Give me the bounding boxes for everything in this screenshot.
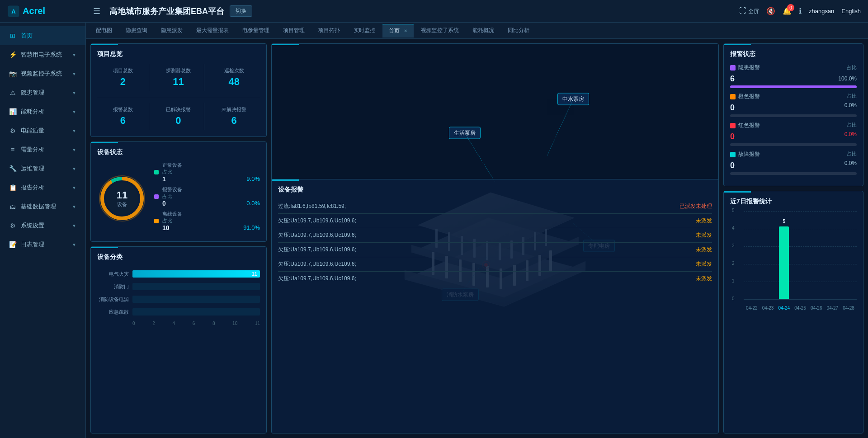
tab-realtime-monitor[interactable]: 实时监控 xyxy=(347,24,382,37)
tab-project-mgmt[interactable]: 项目管理 xyxy=(277,24,311,37)
sidebar-item-home[interactable]: ⊞ 首页 xyxy=(0,26,85,45)
bar-label-electrical: 电气火灾 xyxy=(97,271,129,278)
tab-home[interactable]: 首页 ✕ xyxy=(382,24,414,38)
sidebar-label-report: 报告分析 xyxy=(21,184,67,192)
logo-text: Acrel xyxy=(23,6,45,16)
tab-video-monitor[interactable]: 视频监控子系统 xyxy=(415,24,465,37)
chevron-down-icon-11: ▼ xyxy=(72,242,76,247)
sidebar-item-video[interactable]: 📷 视频监控子系统 ▼ xyxy=(0,64,85,83)
legend-row-alarm: 占比 xyxy=(162,193,260,200)
alarm-desc-0: 过流:Ia81.6,Ib81.59,Ic81.59; xyxy=(278,203,679,210)
device-category-title: 设备分类 xyxy=(97,253,260,261)
overview-item-projects: 项目总数 2 xyxy=(97,64,149,91)
alarm-count-fault: 0 xyxy=(730,161,735,170)
alarm-status-0: 已派发未处理 xyxy=(679,203,712,210)
sidebar-item-maintenance[interactable]: 🔧 运维管理 ▼ xyxy=(0,159,85,178)
alarm-status-1: 未派发 xyxy=(696,217,712,225)
sidebar-label-maintenance: 运维管理 xyxy=(21,165,67,173)
sidebar: ⊞ 首页 ⚡ 智慧用电子系统 ▼ 📷 视频监控子系统 ▼ ⚠ 隐患管理 ▼ 📊 … xyxy=(0,23,86,438)
language-label[interactable]: English xyxy=(841,8,861,14)
legend-count-row-offline: 10 91.0% xyxy=(162,224,260,231)
tab-maxdemand[interactable]: 最大需量报表 xyxy=(190,24,235,37)
sidebar-item-hazard[interactable]: ⚠ 隐患管理 ▼ xyxy=(0,83,85,102)
tab-diancanliang[interactable]: 电参量管理 xyxy=(236,24,276,37)
content-area: 配电图 隐患查询 隐患派发 最大需量报表 电参量管理 项目管理 项目拓扑 实时监… xyxy=(86,23,868,438)
sound-icon[interactable]: 🔇 xyxy=(766,7,775,15)
legend-info-normal: 正常设备 占比 1 9.0% xyxy=(162,162,260,183)
legend-count-normal: 1 xyxy=(162,175,166,183)
sidebar-label-hazard: 隐患管理 xyxy=(21,89,67,97)
switch-button[interactable]: 切换 xyxy=(230,5,252,17)
sidebar-label-data: 基础数据管理 xyxy=(21,203,67,211)
svg-line-36 xyxy=(547,99,573,155)
overview-value-unresolved: 6 xyxy=(208,115,260,127)
bar-label-fire-power: 消防设备电源 xyxy=(97,296,129,303)
bar-item-fire-power: 消防设备电源 xyxy=(97,296,260,303)
overview-value-projects: 2 xyxy=(97,76,149,88)
overview-value-inspections: 48 xyxy=(208,76,260,88)
right-column: 报警状态 隐患报警 占比 6 xyxy=(723,43,863,433)
menu-icon[interactable]: ☰ xyxy=(93,6,100,16)
device-total-label: 设备 xyxy=(117,201,127,208)
overview-item-total-alarms: 报警总数 6 xyxy=(97,103,149,130)
bar-item-electrical: 电气火灾 11 xyxy=(97,270,260,278)
overview-value-detectors: 11 xyxy=(153,76,204,88)
alarm-dot-red xyxy=(730,123,736,128)
info-icon[interactable]: ℹ xyxy=(799,7,802,15)
overview-item-resolved: 已解决报警 0 xyxy=(153,103,205,130)
bar-track-fire-power xyxy=(132,296,260,303)
alarm-count-orange: 0 xyxy=(730,103,735,113)
alarm-count-row-fault: 0 0.0% xyxy=(730,160,857,170)
tab-yinhuanpaifa[interactable]: 隐患派发 xyxy=(155,24,189,37)
y-label-5: 5 xyxy=(732,208,735,213)
legend-row-offline: 占比 xyxy=(162,217,260,224)
sidebar-item-settings[interactable]: ⚙ 系统设置 ▼ xyxy=(0,216,85,235)
tab-yinhuanchaxun[interactable]: 隐患查询 xyxy=(119,24,154,37)
project-overview-card: 项目总览 项目总数 2 探测器总数 11 巡检次数 48 xyxy=(90,43,267,137)
alarm-dot-fault xyxy=(730,152,736,157)
nav-tabs: 配电图 隐患查询 隐患派发 最大需量报表 电参量管理 项目管理 项目拓扑 实时监… xyxy=(86,23,868,39)
dashboard: 项目总览 项目总数 2 探测器总数 11 巡检次数 48 xyxy=(86,39,868,438)
bar-chart-7day-bars: 5 xyxy=(744,211,857,300)
alarm-status-5: 未派发 xyxy=(696,275,712,283)
bar-track-emergency xyxy=(132,308,260,316)
x-label-0422: 04-22 xyxy=(746,306,758,311)
alarm-header-fault: 故障报警 占比 xyxy=(730,151,857,158)
alarm-row-5: 欠压:Ua109.7,Ub109.6,Uc109.6; 未派发 xyxy=(278,272,712,286)
chevron-down-icon-9: ▼ xyxy=(72,204,76,209)
bar-item-fire-door: 消防门 xyxy=(97,283,260,290)
y-label-1: 1 xyxy=(732,278,735,283)
tab-peidiantu[interactable]: 配电图 xyxy=(90,24,118,37)
legend-item-alarm: 报警设备 占比 0 0.0% xyxy=(154,186,260,207)
sidebar-item-data-mgmt[interactable]: 🗂 基础数据管理 ▼ xyxy=(0,197,85,216)
device-alarm-card: 设备报警 过流:Ia81.6,Ib81.59,Ic81.59; 已派发未处理 欠… xyxy=(271,179,719,433)
quality-icon: ⚙ xyxy=(9,127,16,134)
device-category-card: 设备分类 电气火灾 11 消防门 xyxy=(90,246,267,433)
tab-energy[interactable]: 能耗概况 xyxy=(466,24,500,37)
legend-name-alarm: 报警设备 xyxy=(162,186,260,193)
alarm-bar-track-hidden xyxy=(730,85,857,88)
tab-close-icon[interactable]: ✕ xyxy=(404,28,407,33)
y-label-4: 4 xyxy=(732,226,735,231)
sidebar-item-energy[interactable]: 📊 能耗分析 ▼ xyxy=(0,102,85,121)
x-label-0427: 04-27 xyxy=(827,306,839,311)
sidebar-item-report[interactable]: 📋 报告分析 ▼ xyxy=(0,178,85,197)
alarm-row-1: 欠压:Ua109.7,Ub109.6,Uc109.6; 未派发 xyxy=(278,214,712,228)
overview-label-inspections: 巡检次数 xyxy=(208,67,260,74)
fullscreen-button[interactable]: ⛶ 全屏 xyxy=(739,7,759,15)
tab-project-topo[interactable]: 项目拓扑 xyxy=(312,24,346,37)
legend-info-alarm: 报警设备 占比 0 0.0% xyxy=(162,186,260,207)
alarm-bar-fill-hidden xyxy=(730,85,857,88)
device-legend: 正常设备 占比 1 9.0% xyxy=(154,162,260,235)
sidebar-item-power-quality[interactable]: ⚙ 电能质量 ▼ xyxy=(0,121,85,140)
legend-dot-offline xyxy=(154,219,159,223)
overview-item-unresolved: 未解决报警 6 xyxy=(208,103,260,130)
tab-compare[interactable]: 同比分析 xyxy=(501,24,536,37)
sidebar-item-electric[interactable]: ⚡ 智慧用电子系统 ▼ xyxy=(0,45,85,64)
sidebar-item-demand[interactable]: ≡ 需量分析 ▼ xyxy=(0,140,85,159)
sidebar-item-logs[interactable]: 📝 日志管理 ▼ xyxy=(0,235,85,254)
building-label-zhongshui: 中水泵房 xyxy=(557,93,589,105)
bar-0424 xyxy=(779,226,789,299)
y-label-3: 3 xyxy=(732,243,735,248)
alarm-row-4: 欠压:Ua109.7,Ub109.6,Uc109.6; 未派发 xyxy=(278,257,712,272)
